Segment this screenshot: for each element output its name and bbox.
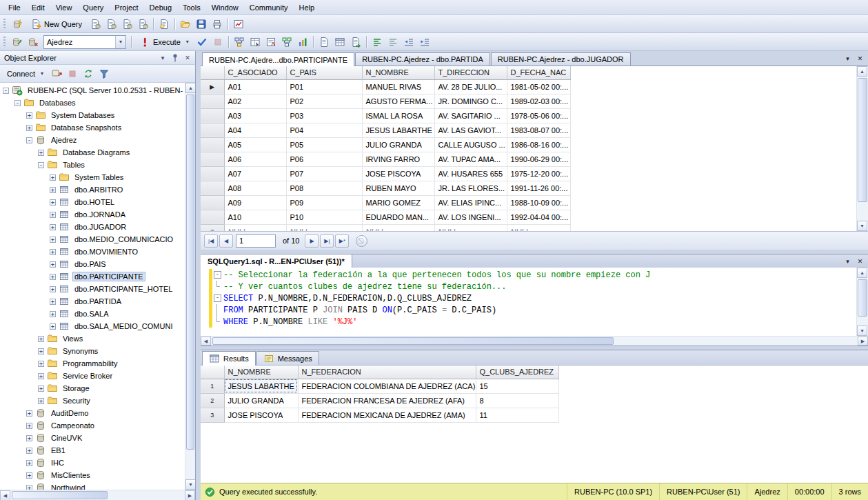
scroll-track[interactable]: [10, 490, 185, 500]
menu-item-tools[interactable]: Tools: [177, 1, 206, 14]
change-connection-icon[interactable]: [10, 17, 25, 32]
grid-cell[interactable]: ISMAL LA ROSA: [362, 108, 434, 123]
tree-expand-icon[interactable]: +: [38, 398, 44, 404]
stop-button[interactable]: [65, 66, 80, 81]
editor-horizontal-scrollbar[interactable]: ◀ ▶: [201, 336, 868, 346]
new-query-button[interactable]: New Query: [26, 17, 87, 32]
results-cell[interactable]: JESUS LABARTHE: [224, 379, 298, 393]
grid-cell[interactable]: P08: [286, 181, 362, 195]
grid-cell[interactable]: A01: [224, 79, 286, 94]
tree-expand-icon[interactable]: +: [26, 410, 32, 417]
grid-cell[interactable]: A04: [224, 123, 286, 137]
tree-item[interactable]: +Service Broker: [0, 370, 185, 382]
sql-query-tab[interactable]: SQLQuery1.sql - R...EN-PC\User (51))*: [201, 254, 352, 268]
row-selector[interactable]: ▶: [201, 79, 224, 94]
grid-cell[interactable]: MARIO GOMEZ: [362, 195, 434, 210]
tree-item[interactable]: +dbo.MEDIO_COMUNICACIO: [0, 233, 185, 246]
tree-expand-icon[interactable]: +: [26, 435, 32, 441]
tree-item[interactable]: +MisClientes: [0, 469, 185, 481]
fold-collapse-icon[interactable]: [212, 292, 222, 304]
document-tab[interactable]: RUBEN-PC.Ajedrez - dbo.PARTIDA: [355, 52, 490, 66]
disconnect-button[interactable]: [49, 66, 64, 81]
available-databases-combo[interactable]: Ajedrez▾: [43, 35, 126, 49]
grid-corner-cell[interactable]: [201, 366, 224, 379]
row-selector[interactable]: [201, 166, 224, 181]
grid-cell[interactable]: 1978-05-06 00:...: [507, 108, 570, 123]
row-selector[interactable]: [201, 94, 224, 108]
grid-cell[interactable]: P04: [286, 123, 362, 137]
tree-item[interactable]: +Northwind: [0, 481, 185, 490]
column-header[interactable]: C_ASOCIADO: [224, 66, 286, 79]
results-cell[interactable]: FEDERACION FRANCESA DE AJEDREZ (AFA): [298, 393, 476, 408]
grid-cell[interactable]: A05: [224, 137, 286, 152]
tree-expand-icon[interactable]: +: [26, 423, 32, 429]
document-tab[interactable]: RUBEN-PC.Ajedrez - dbo.JUGADOR: [491, 52, 631, 66]
print-icon[interactable]: [210, 17, 225, 32]
grid-vertical-scrollbar[interactable]: ▲ ▼: [856, 66, 868, 231]
tree-expand-icon[interactable]: +: [26, 112, 32, 119]
grid-cell[interactable]: EDUARDO MAN...: [362, 210, 434, 224]
tree-expand-icon[interactable]: +: [50, 261, 56, 268]
sql-line[interactable]: WHERE P.N_NOMBRE LIKE '%J%': [201, 316, 868, 328]
grid-cell[interactable]: 1983-08-07 00:...: [507, 123, 570, 137]
editor-vertical-scrollbar[interactable]: ▲ ▼: [856, 268, 868, 336]
tree-expand-icon[interactable]: +: [50, 224, 56, 230]
menu-item-file[interactable]: File: [3, 1, 26, 14]
tree-item[interactable]: -Tables: [0, 159, 185, 171]
object-explorer-hscrollbar[interactable]: ◀ ▶: [0, 490, 195, 500]
scroll-down-icon[interactable]: ▼: [857, 326, 867, 336]
scroll-left-icon[interactable]: ◀: [201, 337, 211, 346]
tree-collapse-icon[interactable]: -: [26, 137, 32, 143]
results-cell[interactable]: JULIO GRANDA: [224, 393, 298, 408]
tree-item[interactable]: +Programmability: [0, 357, 185, 370]
close-document-icon[interactable]: ✕: [855, 257, 865, 266]
tree-item[interactable]: +dbo.SALA: [0, 308, 185, 320]
sql-code-text[interactable]: -- Seleccionar la federación a la que pe…: [222, 270, 650, 280]
tree-expand-icon[interactable]: +: [50, 323, 56, 330]
cancel-query-icon[interactable]: [210, 34, 225, 50]
tree-item[interactable]: +dbo.JORNADA: [0, 208, 185, 221]
grid-cell[interactable]: AGUSTO FERMA...: [362, 94, 434, 108]
scroll-thumb[interactable]: [12, 491, 108, 499]
tree-expand-icon[interactable]: +: [26, 125, 32, 131]
save-icon[interactable]: [194, 17, 209, 32]
column-header[interactable]: N_NOMBRE: [362, 66, 434, 79]
results-cell[interactable]: 8: [476, 393, 558, 408]
row-selector[interactable]: [201, 195, 224, 210]
sql-line[interactable]: FROM PARTICIPANTE P JOIN PAIS D ON(P.C_P…: [201, 304, 868, 316]
scroll-track[interactable]: [211, 337, 858, 346]
close-icon[interactable]: ✕: [182, 52, 193, 63]
sql-line[interactable]: SELECT P.N_NOMBRE,D.N_FEDERACION,D.Q_CLU…: [201, 292, 868, 304]
move-new-row-button[interactable]: ▶*: [335, 234, 349, 248]
sql-code-text[interactable]: SELECT P.N_NOMBRE,D.N_FEDERACION,D.Q_CLU…: [222, 294, 472, 303]
tree-expand-icon[interactable]: +: [38, 348, 44, 354]
tree-item[interactable]: +dbo.PARTICIPANTE_HOTEL: [0, 283, 185, 295]
results-cell[interactable]: FEDERACION COLOMBIANA DE AJEDREZ (ACA): [298, 379, 476, 393]
move-previous-button[interactable]: ◀: [219, 234, 233, 248]
scroll-right-icon[interactable]: ▶: [185, 490, 195, 500]
column-header[interactable]: T_DIRECCION: [434, 66, 507, 79]
tree-item[interactable]: -RUBEN-PC (SQL Server 10.0.2531 - RUBEN-: [0, 84, 185, 97]
grid-cell[interactable]: P05: [286, 137, 362, 152]
menu-item-view[interactable]: View: [50, 1, 78, 14]
tree-item[interactable]: -Ajedrez: [0, 134, 185, 146]
grid-cell[interactable]: AV. LAS GAVIOT...: [434, 123, 507, 137]
grid-cell[interactable]: JOSE PISCOYA: [362, 166, 434, 181]
row-selector[interactable]: [201, 210, 224, 224]
tree-item[interactable]: +CineUVK: [0, 432, 185, 444]
results-to-grid-icon[interactable]: [332, 34, 347, 50]
scroll-down-icon[interactable]: ▼: [857, 221, 867, 231]
tree-collapse-icon[interactable]: -: [38, 162, 44, 168]
grid-cell[interactable]: A06: [224, 152, 286, 166]
grid-cell[interactable]: AV. 28 DE JULIO...: [434, 79, 507, 94]
tree-item[interactable]: +dbo.PAIS: [0, 258, 185, 270]
grid-cell[interactable]: NULL: [434, 224, 507, 231]
tab-messages[interactable]: Messages: [256, 351, 319, 365]
database-engine-query-icon[interactable]: [88, 17, 103, 32]
filter-button[interactable]: [97, 66, 112, 81]
sql-code-text[interactable]: -- Y ver cuantos clubes de ajedrez tiene…: [222, 282, 506, 292]
connect-database-icon[interactable]: [10, 34, 25, 50]
grid-cell[interactable]: AV. TUPAC AMA...: [434, 152, 507, 166]
menu-item-edit[interactable]: Edit: [26, 1, 50, 14]
row-number[interactable]: 1: [201, 379, 224, 393]
